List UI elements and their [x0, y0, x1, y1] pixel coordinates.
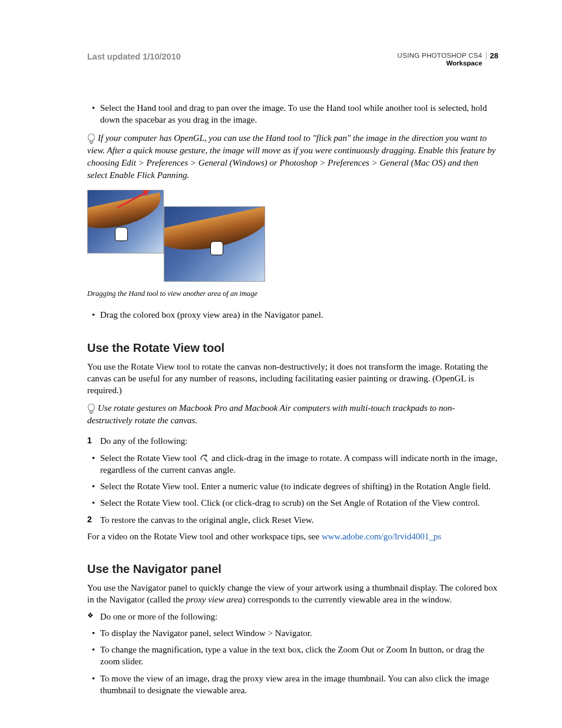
- figure-caption: Dragging the Hand tool to view another a…: [87, 289, 498, 299]
- page-content: Select the Hand tool and drag to pan ove…: [87, 102, 498, 696]
- navigator-heading: Use the Navigator panel: [87, 561, 498, 577]
- hand-tip-text: If your computer has OpenGL, you can use…: [87, 133, 496, 180]
- hand-cursor-icon: [210, 241, 223, 255]
- svg-rect-1: [90, 141, 93, 143]
- doc-section: Workspace: [398, 60, 482, 67]
- svg-point-3: [88, 404, 95, 411]
- page-number: 28: [486, 52, 498, 60]
- header-right: USING PHOTOSHOP CS4 Workspace 28: [398, 52, 498, 67]
- rotate-sub-1: Select the Rotate View tool and click-dr…: [100, 452, 498, 476]
- navigator-diamond: Do one or more of the following:: [87, 611, 498, 622]
- hand-tip: If your computer has OpenGL, you can use…: [87, 132, 498, 182]
- rotate-sub-1-before: Select the Rotate View tool: [100, 453, 199, 463]
- lightbulb-icon: [87, 403, 95, 415]
- svg-rect-4: [90, 411, 93, 413]
- hand-bullet-2: Drag the colored box (proxy view area) i…: [100, 309, 498, 321]
- page-header: Last updated 1/10/2010 USING PHOTOSHOP C…: [87, 52, 498, 67]
- navigator-intro: You use the Navigator panel to quickly c…: [87, 582, 498, 606]
- rotate-step-1-text: Do any of the following:: [100, 436, 187, 446]
- rotate-step-2-text: To restore the canvas to the original an…: [100, 515, 314, 525]
- navigator-bullet-1: To display the Navigator panel, select W…: [100, 627, 498, 639]
- rotate-sub-2: Select the Rotate View tool. Enter a num…: [100, 480, 498, 492]
- figure-image-1: [87, 190, 164, 253]
- rotate-tip: Use rotate gestures on Macbook Pro and M…: [87, 402, 498, 427]
- rotate-sub-3: Select the Rotate View tool. Click (or c…: [100, 497, 498, 509]
- rotate-step-2: 2To restore the canvas to the original a…: [100, 514, 498, 526]
- navigator-bullet-3: To move the view of an image, drag the p…: [100, 673, 498, 697]
- rotate-step-1: 1Do any of the following:: [100, 435, 498, 447]
- rotate-view-tool-icon: [199, 453, 210, 463]
- rotate-view-intro: You use the Rotate View tool to rotate t…: [87, 361, 498, 397]
- svg-point-0: [88, 134, 95, 141]
- lightbulb-icon: [87, 133, 95, 145]
- last-updated: Last updated 1/10/2010: [87, 52, 181, 61]
- navigator-intro-after: ) corresponds to the currently viewable …: [242, 595, 452, 604]
- figure-image-2: [164, 206, 265, 282]
- navigator-bullet-2: To change the magnification, type a valu…: [100, 644, 498, 668]
- rotate-view-heading: Use the Rotate View tool: [87, 340, 498, 356]
- rotate-tip-text: Use rotate gestures on Macbook Pro and M…: [87, 403, 455, 425]
- hand-bullet-1: Select the Hand tool and drag to pan ove…: [100, 102, 498, 126]
- doc-title: USING PHOTOSHOP CS4: [398, 52, 482, 59]
- navigator-intro-italic: proxy view area: [186, 595, 243, 604]
- hand-tool-figure: [87, 190, 270, 284]
- hand-cursor-icon: [115, 227, 128, 241]
- rotate-video-text: For a video on the Rotate View tool and …: [87, 532, 322, 541]
- rotate-video-line: For a video on the Rotate View tool and …: [87, 531, 498, 542]
- rotate-video-link[interactable]: www.adobe.com/go/lrvid4001_ps: [322, 532, 441, 541]
